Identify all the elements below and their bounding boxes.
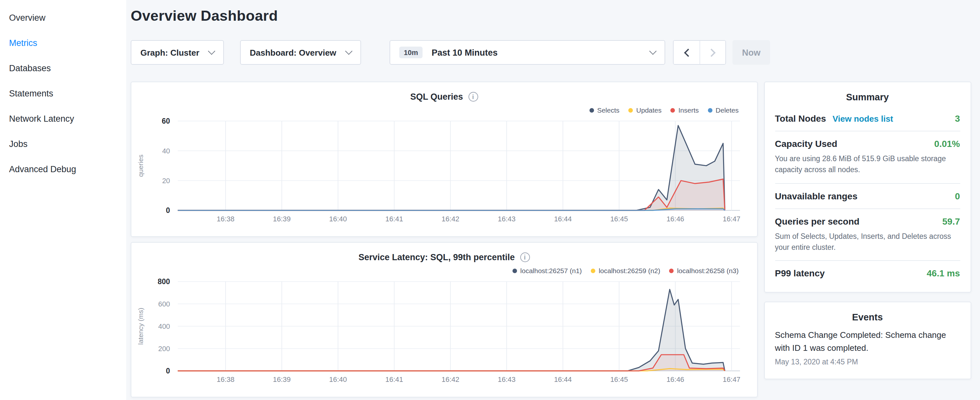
chart-legend: localhost:26257 (n1)localhost:26259 (n2)…	[131, 266, 757, 275]
summary-label: Capacity Used	[775, 139, 837, 149]
time-window-label: Past 10 Minutes	[431, 48, 498, 57]
sidebar-item-advanced-debug[interactable]: Advanced Debug	[0, 157, 126, 182]
sidebar-item-overview[interactable]: Overview	[0, 5, 126, 30]
legend-series-dot	[591, 268, 595, 273]
svg-text:40: 40	[162, 147, 170, 155]
view-nodes-list-link[interactable]: View nodes list	[832, 114, 893, 124]
chevron-down-icon	[208, 48, 215, 55]
legend-series-label: Updates	[636, 106, 662, 114]
svg-text:16:47: 16:47	[723, 215, 741, 223]
events-panel: Events Schema Change Completed: Schema c…	[764, 302, 971, 379]
legend-item: Inserts	[671, 105, 699, 115]
svg-text:16:40: 16:40	[329, 375, 347, 384]
svg-text:16:44: 16:44	[554, 375, 572, 384]
graph-scope-label: Graph: Cluster	[140, 48, 199, 57]
summary-value: 0.01%	[934, 139, 960, 149]
sidebar-item-network-latency[interactable]: Network Latency	[0, 106, 126, 131]
event-timestamp: May 13, 2020 at 4:45 PM	[775, 358, 960, 366]
sidebar-item-statements[interactable]: Statements	[0, 81, 126, 106]
chart-plot[interactable]: 16:3816:3916:4016:4116:4216:4316:4416:45…	[131, 276, 757, 388]
summary-description: Sum of Selects, Updates, Inserts, and De…	[775, 231, 960, 253]
info-icon[interactable]	[520, 252, 530, 262]
chevron-left-icon	[684, 48, 692, 56]
graph-scope-dropdown[interactable]: Graph: Cluster	[131, 40, 224, 65]
legend-series-dot	[671, 108, 675, 112]
svg-text:16:42: 16:42	[442, 375, 460, 384]
svg-text:20: 20	[162, 177, 170, 185]
legend-item: localhost:26258 (n3)	[670, 266, 739, 275]
controls-bar: Graph: Cluster Dashboard: Overview 10m P…	[131, 40, 971, 65]
svg-text:60: 60	[162, 117, 170, 125]
svg-text:16:39: 16:39	[273, 215, 291, 223]
legend-series-dot	[708, 108, 713, 112]
chart-title-text: Service Latency: SQL, 99th percentile	[358, 252, 515, 262]
legend-series-label: localhost:26257 (n1)	[520, 267, 582, 274]
prev-range-button[interactable]	[674, 41, 700, 64]
svg-text:16:40: 16:40	[329, 215, 347, 223]
svg-text:latency (ms): latency (ms)	[137, 308, 144, 345]
legend-series-label: localhost:26258 (n3)	[677, 267, 739, 274]
dashboard-dropdown[interactable]: Dashboard: Overview	[240, 40, 361, 65]
dashboard-body: SQL Queries SelectsUpdatesInsertsDeletes…	[131, 81, 971, 397]
legend-item: Selects	[590, 105, 620, 115]
summary-row-capacity-used: Capacity Used 0.01% You are using 28.6 M…	[775, 131, 960, 183]
svg-text:16:41: 16:41	[385, 375, 403, 384]
svg-text:400: 400	[158, 322, 170, 330]
sql-queries-chart-panel: SQL Queries SelectsUpdatesInsertsDeletes…	[131, 81, 757, 237]
service-latency-chart-panel: Service Latency: SQL, 99th percentile lo…	[131, 242, 757, 397]
summary-label: P99 latency	[775, 268, 825, 278]
legend-series-dot	[512, 268, 517, 273]
svg-text:16:44: 16:44	[554, 215, 572, 223]
sidebar-item-jobs[interactable]: Jobs	[0, 131, 126, 157]
chart-title: SQL Queries	[131, 90, 757, 103]
summary-title: Summary	[775, 82, 960, 106]
svg-text:16:43: 16:43	[498, 375, 516, 384]
svg-text:0: 0	[166, 367, 170, 375]
next-range-button[interactable]	[700, 41, 725, 64]
legend-series-dot	[590, 108, 594, 112]
chart-plot[interactable]: 16:3816:3916:4016:4116:4216:4316:4416:45…	[131, 116, 757, 227]
chevron-down-icon	[345, 48, 353, 55]
info-icon[interactable]	[468, 92, 478, 101]
sidebar-item-metrics[interactable]: Metrics	[0, 30, 126, 56]
svg-text:16:38: 16:38	[217, 375, 235, 384]
summary-row-total-nodes: Total Nodes View nodes list 3	[775, 106, 960, 131]
svg-text:800: 800	[158, 277, 170, 286]
main-content: Overview Dashboard Graph: Cluster Dashbo…	[126, 0, 980, 400]
svg-text:600: 600	[158, 300, 170, 308]
summary-value: 3	[955, 113, 960, 124]
sidebar-item-databases[interactable]: Databases	[0, 56, 126, 81]
legend-item: Updates	[628, 105, 662, 115]
legend-item: localhost:26257 (n1)	[512, 266, 582, 275]
summary-row-queries-per-second: Queries per second 59.7 Sum of Selects, …	[775, 208, 960, 260]
summary-label: Total Nodes	[775, 113, 826, 124]
summary-row-p99-latency: P99 latency 46.1 ms	[775, 260, 960, 285]
app: Overview Metrics Databases Statements Ne…	[0, 0, 980, 400]
svg-text:16:45: 16:45	[610, 215, 628, 223]
event-item: Schema Change Completed: Schema change w…	[775, 326, 960, 372]
chart-title: Service Latency: SQL, 99th percentile	[131, 250, 757, 263]
chart-title-text: SQL Queries	[410, 92, 463, 101]
events-title: Events	[775, 302, 960, 326]
svg-text:16:41: 16:41	[385, 215, 403, 223]
legend-series-dot	[628, 108, 633, 112]
time-pager	[673, 40, 726, 65]
time-window-badge: 10m	[399, 46, 423, 58]
svg-text:16:45: 16:45	[610, 375, 628, 384]
svg-text:16:42: 16:42	[442, 215, 460, 223]
summary-value: 46.1 ms	[927, 268, 960, 278]
summary-row-unavailable-ranges: Unavailable ranges 0	[775, 183, 960, 208]
svg-text:16:47: 16:47	[723, 375, 741, 384]
legend-series-label: Inserts	[678, 106, 699, 114]
svg-text:16:43: 16:43	[498, 215, 516, 223]
svg-text:16:38: 16:38	[217, 215, 235, 223]
right-column: Summary Total Nodes View nodes list 3 Ca…	[764, 81, 971, 379]
svg-text:queries: queries	[137, 155, 144, 177]
now-button[interactable]: Now	[732, 40, 770, 65]
legend-item: Deletes	[708, 105, 739, 115]
svg-text:0: 0	[166, 206, 170, 215]
time-range-dropdown[interactable]: 10m Past 10 Minutes	[390, 40, 665, 65]
summary-value: 0	[955, 191, 960, 201]
svg-text:16:39: 16:39	[273, 375, 291, 384]
sidebar: Overview Metrics Databases Statements Ne…	[0, 0, 126, 400]
